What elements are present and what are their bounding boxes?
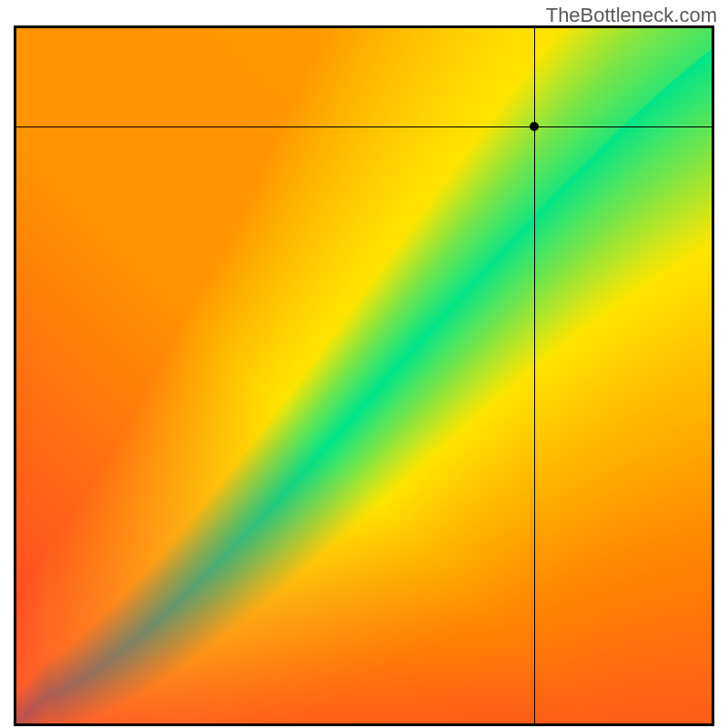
crosshair-horizontal: [16, 126, 712, 127]
selected-point-marker: [530, 122, 539, 131]
heatmap-plot: [14, 25, 714, 726]
crosshair-vertical: [534, 28, 535, 723]
heatmap-canvas: [16, 28, 712, 723]
watermark-text: TheBottleneck.com: [546, 4, 717, 27]
